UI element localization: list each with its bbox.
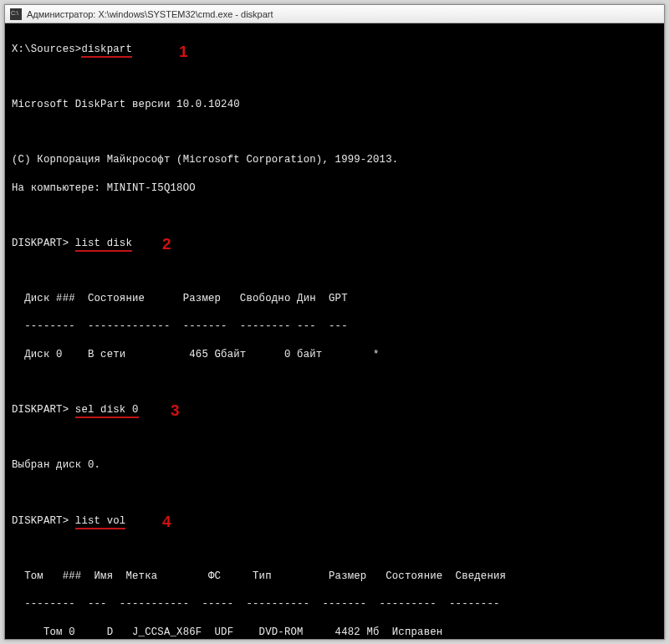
line: (C) Корпорация Майкрософт (Microsoft Cor… [12,153,657,167]
cmd-window: Администратор: X:\windows\SYSTEM32\cmd.e… [4,4,665,640]
titlebar[interactable]: Администратор: X:\windows\SYSTEM32\cmd.e… [5,5,664,23]
prompt: X:\Sources> [12,43,81,55]
table-row: Том 0 D J_CCSA_X86F UDF DVD-ROM 4482 Mб … [12,626,657,640]
blank [12,209,657,223]
annotation-2: 2 [162,233,171,255]
cmd-diskpart: diskpart [81,43,132,58]
table-header: Диск ### Состояние Размер Свободно Дин G… [12,292,657,306]
prompt: DISKPART> [12,515,75,527]
annotation-4: 4 [162,511,171,533]
annotation-3: 3 [171,400,180,422]
blank [12,125,657,140]
line: На компьютере: MININT-I5Q18OO [12,181,657,196]
window-title: Администратор: X:\windows\SYSTEM32\cmd.e… [27,9,273,19]
blank [12,542,657,556]
table-row: Диск 0 В сети 465 Gбайт 0 байт * [12,348,657,362]
table-divider: -------- --- ----------- ----- ---------… [12,597,657,611]
blank [12,70,657,84]
cmd-list-disk: list disk [75,238,132,252]
line: Microsoft DiskPart версии 10.0.10240 [12,98,657,112]
line: DISKPART> sel disk 03 [12,403,657,417]
annotation-1: 1 [179,41,188,63]
terminal-output[interactable]: X:\Sources>diskpart1 Microsoft DiskPart … [5,23,664,644]
blank [12,376,657,390]
line: X:\Sources>diskpart1 [12,43,657,57]
line: DISKPART> list disk2 [12,237,657,251]
line: Выбран диск 0. [12,458,657,473]
cmd-list-vol: list vol [75,515,126,529]
table-header: Том ### Имя Метка ФС Тип Размер Состояни… [12,570,657,584]
blank [12,264,657,279]
prompt: DISKPART> [12,238,75,249]
line: DISKPART> list vol4 [12,514,657,529]
cmd-sel-disk: sel disk 0 [75,404,139,418]
table-divider: -------- ------------- ------- -------- … [12,319,657,334]
cmd-icon [10,8,22,20]
prompt: DISKPART> [12,404,75,416]
blank [12,431,657,445]
blank [12,487,657,501]
